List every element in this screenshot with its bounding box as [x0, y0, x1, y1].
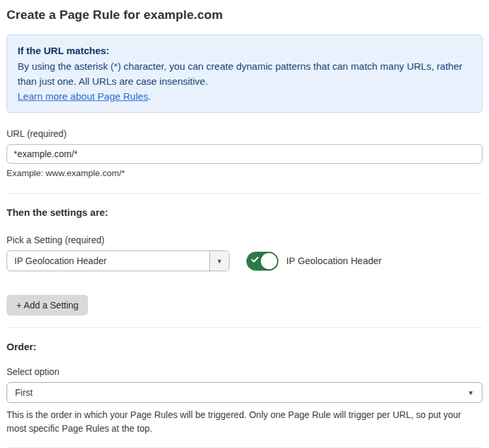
order-select[interactable]: First ▼ — [7, 382, 482, 403]
setting-select-value: IP Geolocation Header — [7, 251, 209, 271]
order-select-value: First — [15, 387, 467, 398]
divider — [7, 193, 482, 194]
url-field-label: URL (required) — [7, 128, 482, 139]
setting-select[interactable]: IP Geolocation Header ▼ — [7, 250, 230, 271]
info-box-heading: If the URL matches: — [18, 43, 471, 58]
settings-section-heading: Then the settings are: — [7, 207, 482, 218]
geolocation-toggle-label: IP Geolocation Header — [286, 256, 381, 266]
url-input[interactable] — [7, 144, 482, 164]
chevron-down-icon: ▼ — [216, 258, 223, 265]
add-setting-button[interactable]: + Add a Setting — [7, 295, 88, 316]
link-period: . — [148, 91, 151, 102]
order-help-text: This is the order in which your Page Rul… — [7, 408, 479, 436]
page-title: Create a Page Rule for example.com — [7, 8, 482, 22]
learn-more-link[interactable]: Learn more about Page Rules — [18, 91, 148, 102]
geolocation-toggle[interactable] — [246, 252, 278, 271]
setting-picker-label: Pick a Setting (required) — [7, 235, 482, 245]
url-example-text: Example: www.example.com/* — [7, 168, 482, 178]
order-section-heading: Order: — [7, 341, 482, 352]
setting-select-arrow-button[interactable]: ▼ — [209, 251, 229, 271]
geolocation-toggle-group: IP Geolocation Header — [246, 252, 381, 271]
check-icon — [251, 256, 259, 263]
divider — [7, 327, 482, 328]
create-page-rule-form: Create a Page Rule for example.com If th… — [0, 0, 489, 448]
info-box-body: By using the asterisk (*) character, you… — [18, 59, 471, 89]
info-box-link-line: Learn more about Page Rules. — [18, 89, 471, 104]
order-select-label: Select option — [7, 366, 482, 377]
setting-row: IP Geolocation Header ▼ IP Geolocation H… — [7, 250, 482, 271]
chevron-down-icon: ▼ — [467, 389, 474, 396]
toggle-knob — [261, 253, 277, 269]
url-match-info-box: If the URL matches: By using the asteris… — [7, 35, 482, 113]
